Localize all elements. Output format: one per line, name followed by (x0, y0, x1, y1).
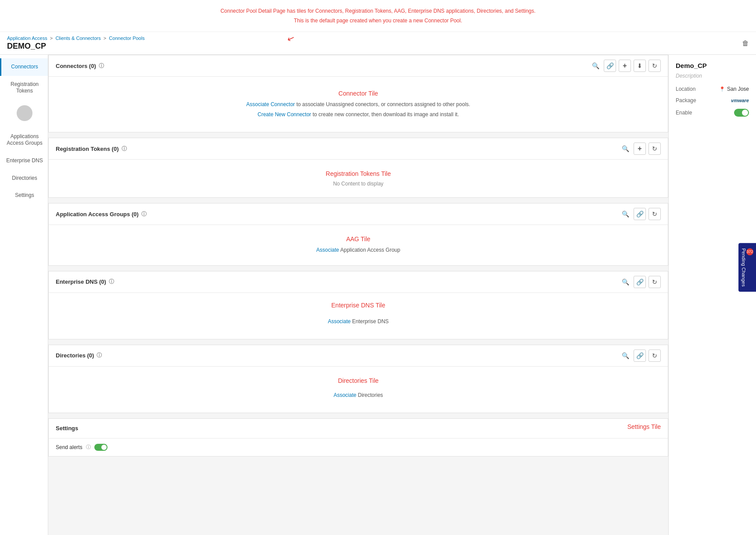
edns-associate-link[interactable]: Associate (328, 318, 351, 325)
reg-tokens-tile-title: Registration Tokens (0) ⓘ (56, 145, 127, 153)
settings-title-text: Settings (56, 425, 78, 432)
reg-tokens-search-button[interactable]: 🔍 (620, 143, 631, 154)
dirs-tile-header: Directories (0) ⓘ 🔍 🔗 ↻ (49, 345, 668, 367)
breadcrumb-clients-connectors[interactable]: Clients & Connectors (55, 36, 100, 41)
enterprise-dns-tile: Enterprise DNS (0) ⓘ 🔍 🔗 ↻ Enterprise DN… (48, 271, 668, 339)
dirs-refresh-button[interactable]: ↻ (649, 350, 661, 362)
connectors-info-icon[interactable]: ⓘ (99, 62, 104, 70)
connectors-tile: Connectors (0) ⓘ 🔍 🔗 + ⬇ ↻ Connector Til… (48, 55, 668, 132)
settings-tile-body: Send alerts ⓘ (49, 439, 668, 456)
dirs-tile-title: Directories (0) ⓘ (56, 352, 102, 359)
connectors-tile-title: Connectors (0) ⓘ (56, 62, 104, 70)
annotation-subtitle: This is the default page created when yo… (7, 17, 749, 25)
sidebar-registration-tokens-label: Registration Tokens (11, 81, 39, 94)
breadcrumb-app-access[interactable]: Application Access (7, 36, 47, 41)
aag-tile-title: Application Access Groups (0) ⓘ (56, 210, 147, 218)
reg-tokens-info-icon[interactable]: ⓘ (122, 145, 127, 153)
aag-associate-desc: Associate Application Access Group (56, 246, 661, 254)
dirs-tile-body: Directories Tile Associate Directories (49, 367, 668, 413)
pending-changes-bar[interactable]: 372 Pending Changes (738, 243, 756, 292)
connectors-tile-label: Connector Tile (56, 90, 661, 97)
enable-toggle[interactable] (734, 109, 749, 117)
aag-link-button[interactable]: 🔗 (634, 208, 646, 220)
registration-tokens-tile: Registration Tokens (0) ⓘ 🔍 + ↻ Registra… (48, 138, 668, 198)
edns-info-icon[interactable]: ⓘ (109, 278, 114, 285)
location-value-text: San Jose (727, 86, 749, 92)
dirs-link-button[interactable]: 🔗 (634, 350, 646, 362)
edns-tile-label: Enterprise DNS Tile (56, 302, 661, 309)
pending-label: Pending Changes (741, 248, 746, 286)
connectors-tile-desc1: Associate Connector to associate Unassig… (56, 100, 661, 109)
aag-search-button[interactable]: 🔍 (620, 209, 631, 219)
sidebar-item-enterprise-dns[interactable]: Enterprise DNS (0, 152, 48, 170)
settings-tile: Settings Settings Tile Send alerts ⓘ (48, 418, 668, 457)
connectors-desc1-post: to associate Unassigned conectors, or co… (295, 101, 470, 107)
send-alerts-info-icon[interactable]: ⓘ (86, 444, 91, 450)
reg-tokens-tile-body: Registration Tokens Tile No Content to d… (49, 160, 668, 197)
aag-refresh-button[interactable]: ↻ (649, 208, 661, 220)
dirs-associate-link[interactable]: Associate (333, 392, 356, 398)
header-actions: 🗑 (742, 39, 749, 47)
edns-search-button[interactable]: 🔍 (620, 277, 631, 287)
edns-refresh-button[interactable]: ↻ (649, 276, 661, 288)
connectors-add-button[interactable]: + (619, 60, 631, 72)
enable-row: Enable (676, 109, 749, 117)
connectors-refresh-button[interactable]: ↻ (649, 60, 661, 72)
send-alerts-label: Send alerts (56, 444, 82, 450)
sidebar-settings-label: Settings (15, 192, 34, 198)
connectors-desc2-post: to create new connector, then download i… (311, 111, 459, 118)
aag-info-icon[interactable]: ⓘ (141, 210, 147, 218)
create-new-connector-link[interactable]: Create New Connector (258, 111, 311, 118)
aag-associate-link[interactable]: Associate (316, 247, 339, 253)
reg-tokens-refresh-button[interactable]: ↻ (649, 143, 661, 155)
connectors-download-button[interactable]: ⬇ (634, 60, 646, 72)
package-row: Package vmware (676, 97, 749, 103)
dirs-tile-actions: 🔍 🔗 ↻ (620, 350, 661, 362)
aag-title-text: Application Access Groups (0) (56, 211, 139, 218)
reg-tokens-tile-actions: 🔍 + ↻ (620, 143, 661, 155)
aag-tile-actions: 🔍 🔗 ↻ (620, 208, 661, 220)
sidebar-item-directories[interactable]: Directories (0, 170, 48, 187)
settings-tile-title: Settings (56, 425, 78, 432)
location-row: Location 📍 San Jose (676, 86, 749, 92)
connectors-link-button[interactable]: 🔗 (604, 60, 616, 72)
reg-tokens-tile-label: Registration Tokens Tile (56, 170, 661, 177)
send-alerts-toggle[interactable] (94, 444, 107, 451)
connectors-title-text: Connectors (0) (56, 63, 96, 69)
send-alerts-row: Send alerts ⓘ (56, 444, 661, 451)
settings-tile-header: Settings Settings Tile (49, 419, 668, 439)
edns-tile-header: Enterprise DNS (0) ⓘ 🔍 🔗 ↻ (49, 271, 668, 293)
panel-title: Demo_CP (676, 62, 749, 69)
dirs-search-button[interactable]: 🔍 (620, 350, 631, 361)
sidebar-item-applications-access-groups[interactable]: Applications Access Groups (0, 128, 48, 152)
dirs-info-icon[interactable]: ⓘ (97, 352, 102, 359)
connectors-tile-actions: 🔍 🔗 + ⬇ ↻ (590, 60, 661, 72)
edns-link-button[interactable]: 🔗 (634, 276, 646, 288)
breadcrumb-connector-pools[interactable]: Connector Pools (109, 36, 144, 41)
page-header: Application Access > Clients & Connector… (0, 32, 756, 55)
connectors-tile-desc2: Create New Connector to create new conne… (56, 111, 661, 119)
panel-description: Description (676, 73, 749, 79)
user-avatar (17, 105, 32, 121)
sidebar-item-avatar-area[interactable] (0, 100, 48, 128)
edns-tile-title: Enterprise DNS (0) ⓘ (56, 278, 114, 285)
dirs-tile-label: Directories Tile (56, 377, 661, 384)
sidebar-directories-label: Directories (12, 175, 37, 181)
breadcrumb: Application Access > Clients & Connector… (7, 36, 145, 41)
sidebar-enterprise-dns-label: Enterprise DNS (6, 157, 43, 164)
reg-tokens-add-button[interactable]: + (634, 143, 646, 155)
sidebar-item-settings[interactable]: Settings (0, 187, 48, 204)
connectors-search-button[interactable]: 🔍 (590, 61, 601, 71)
edns-associate-desc: Associate Enterprise DNS (56, 317, 661, 326)
sidebar-item-registration-tokens[interactable]: Registration Tokens (0, 76, 48, 100)
edns-associate-post: Enterprise DNS (351, 318, 389, 325)
sidebar-item-connectors[interactable]: Connectors (0, 58, 48, 76)
delete-icon[interactable]: 🗑 (742, 39, 749, 47)
edns-title-text: Enterprise DNS (0) (56, 278, 106, 285)
enable-label: Enable (676, 110, 692, 116)
location-label: Location (676, 86, 695, 92)
associate-connector-link[interactable]: Associate Connector (246, 101, 295, 107)
edns-tile-body: Enterprise DNS Tile Associate Enterprise… (49, 293, 668, 339)
dirs-associate-desc: Associate Directories (56, 391, 661, 399)
package-label: Package (676, 97, 696, 103)
